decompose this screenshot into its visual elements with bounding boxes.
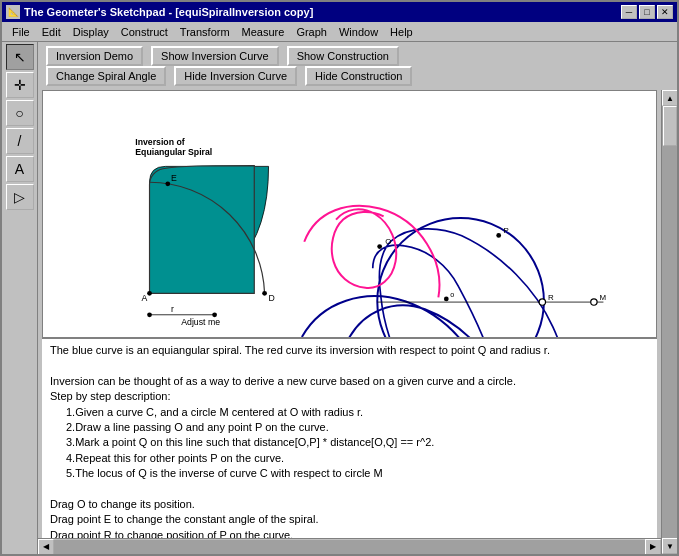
step-5: 5.The locus of Q is the inverse of curve… xyxy=(50,466,649,481)
menu-bar: File Edit Display Construct Transform Me… xyxy=(2,22,677,42)
step-2: 2.Draw a line passing O and any point P … xyxy=(50,420,649,435)
text-description: The blue curve is an equiangular spiral.… xyxy=(42,338,657,538)
svg-text:O: O xyxy=(385,237,391,246)
show-construction-button[interactable]: Show Construction xyxy=(287,46,399,66)
app-icon: 📐 xyxy=(6,5,20,19)
svg-point-21 xyxy=(539,299,545,305)
menu-display[interactable]: Display xyxy=(67,25,115,39)
svg-text:P: P xyxy=(503,226,508,235)
custom-tool[interactable]: ▷ xyxy=(6,184,34,210)
content-area: ↖ ✛ ○ / A ▷ Inversion Demo Show Inversio… xyxy=(2,42,677,554)
minimize-button[interactable]: ─ xyxy=(621,5,637,19)
title-bar: 📐 The Geometer's Sketchpad - [equiSpiral… xyxy=(2,2,677,22)
canvas-text-area: Inversion of Equiangular Spiral xyxy=(38,90,661,554)
horizontal-scrollbar: ◀ ▶ xyxy=(38,538,661,554)
close-button[interactable]: ✕ xyxy=(657,5,673,19)
point-tool[interactable]: ✛ xyxy=(6,72,34,98)
menu-file[interactable]: File xyxy=(6,25,36,39)
svg-point-14 xyxy=(377,244,382,249)
menu-help[interactable]: Help xyxy=(384,25,419,39)
show-inversion-curve-button[interactable]: Show Inversion Curve xyxy=(151,46,279,66)
scroll-right-button[interactable]: ▶ xyxy=(645,539,661,555)
menu-window[interactable]: Window xyxy=(333,25,384,39)
blank-line-1 xyxy=(50,358,649,373)
canvas-container: Inversion of Equiangular Spiral xyxy=(38,90,677,554)
svg-text:E: E xyxy=(171,173,177,183)
svg-point-6 xyxy=(262,291,267,296)
hide-inversion-curve-button[interactable]: Hide Inversion Curve xyxy=(174,66,297,86)
svg-text:A: A xyxy=(142,293,148,303)
svg-text:Adjust me: Adjust me xyxy=(181,317,220,327)
text-tool[interactable]: A xyxy=(6,156,34,182)
scroll-thumb[interactable] xyxy=(663,106,677,146)
svg-point-23 xyxy=(591,299,597,305)
title-controls: ─ □ ✕ xyxy=(621,5,673,19)
svg-point-2 xyxy=(165,181,170,186)
svg-text:D: D xyxy=(269,293,275,303)
description-line: The blue curve is an equiangular spiral.… xyxy=(50,343,649,358)
scroll-down-button[interactable]: ▼ xyxy=(662,538,677,554)
hide-construction-button[interactable]: Hide Construction xyxy=(305,66,412,86)
select-tool[interactable]: ↖ xyxy=(6,44,34,70)
window-title: The Geometer's Sketchpad - [equiSpiralIn… xyxy=(24,6,313,18)
vertical-scrollbar: ▲ ▼ xyxy=(661,90,677,554)
scroll-left-button[interactable]: ◀ xyxy=(38,539,54,555)
blank-line-2 xyxy=(50,482,649,497)
svg-point-4 xyxy=(147,291,152,296)
step-4: 4.Repeat this for other points P on the … xyxy=(50,451,649,466)
circle-tool[interactable]: ○ xyxy=(6,100,34,126)
menu-edit[interactable]: Edit xyxy=(36,25,67,39)
inversion-title: Inversion can be thought of as a way to … xyxy=(50,374,649,389)
svg-point-18 xyxy=(444,297,449,302)
svg-text:Inversion of: Inversion of xyxy=(135,137,185,147)
horizontal-scroll-track[interactable] xyxy=(54,540,645,554)
menu-transform[interactable]: Transform xyxy=(174,25,236,39)
toolbar: ↖ ✛ ○ / A ▷ xyxy=(2,42,38,554)
menu-measure[interactable]: Measure xyxy=(236,25,291,39)
svg-text:o: o xyxy=(450,291,454,299)
menu-graph[interactable]: Graph xyxy=(290,25,333,39)
change-spiral-angle-button[interactable]: Change Spiral Angle xyxy=(46,66,166,86)
scroll-up-button[interactable]: ▲ xyxy=(662,90,677,106)
vertical-scroll-track[interactable] xyxy=(662,106,677,538)
title-bar-left: 📐 The Geometer's Sketchpad - [equiSpiral… xyxy=(6,5,313,19)
drawing-canvas: Inversion of Equiangular Spiral xyxy=(42,90,657,338)
svg-text:r: r xyxy=(171,304,174,314)
step-title: Step by step description: xyxy=(50,389,649,404)
svg-text:M: M xyxy=(599,293,606,302)
button-row-2: Change Spiral Angle Hide Inversion Curve… xyxy=(38,66,677,90)
main-window: 📐 The Geometer's Sketchpad - [equiSpiral… xyxy=(0,0,679,556)
inversion-demo-button[interactable]: Inversion Demo xyxy=(46,46,143,66)
drag-1: Drag O to change its position. xyxy=(50,497,649,512)
drag-3: Drag point R to change position of P on … xyxy=(50,528,649,538)
step-1: 1.Given a curve C, and a circle M center… xyxy=(50,405,649,420)
maximize-button[interactable]: □ xyxy=(639,5,655,19)
svg-text:R: R xyxy=(548,293,554,302)
right-panel: Inversion Demo Show Inversion Curve Show… xyxy=(38,42,677,554)
drag-2: Drag point E to change the constant angl… xyxy=(50,512,649,527)
menu-construct[interactable]: Construct xyxy=(115,25,174,39)
step-3: 3.Mark a point Q on this line such that … xyxy=(50,435,649,450)
svg-text:Equiangular Spiral: Equiangular Spiral xyxy=(135,147,212,157)
line-tool[interactable]: / xyxy=(6,128,34,154)
drawing-svg: Inversion of Equiangular Spiral xyxy=(43,91,656,337)
svg-point-16 xyxy=(496,233,501,238)
